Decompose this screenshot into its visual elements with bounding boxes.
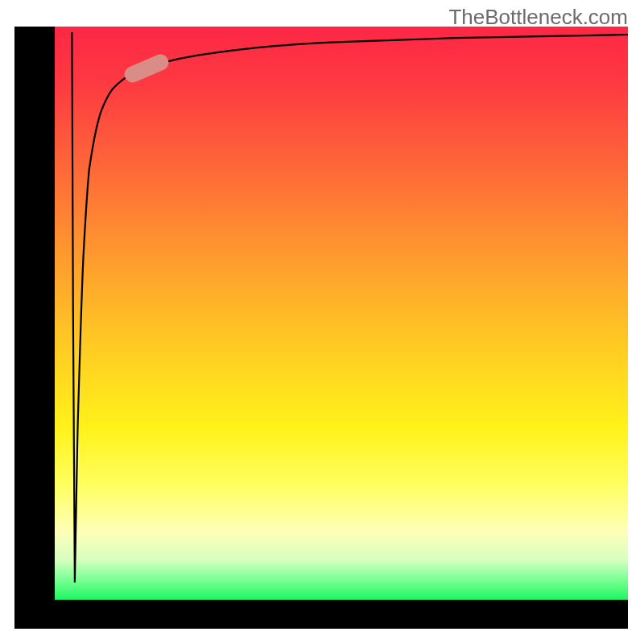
chart-frame [14, 27, 628, 629]
curve-line [55, 27, 628, 600]
plot-area [55, 27, 628, 600]
curve-path [72, 32, 628, 583]
chart-stage: TheBottleneck.com [0, 0, 644, 644]
